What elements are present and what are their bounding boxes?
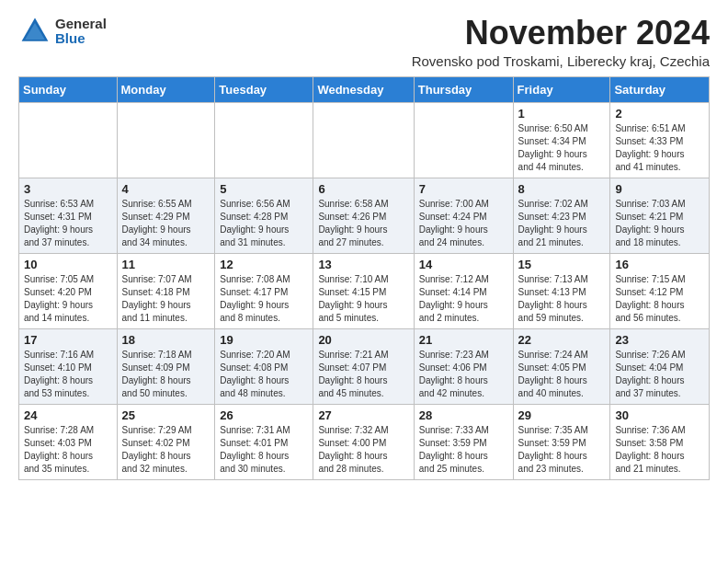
calendar-header: SundayMondayTuesdayWednesdayThursdayFrid… bbox=[19, 76, 710, 102]
day-cell: 1Sunrise: 6:50 AM Sunset: 4:34 PM Daylig… bbox=[513, 102, 610, 178]
weekday-header-friday: Friday bbox=[513, 76, 610, 102]
day-cell bbox=[117, 102, 215, 178]
day-info: Sunrise: 7:26 AM Sunset: 4:04 PM Dayligh… bbox=[615, 349, 704, 400]
calendar-body: 1Sunrise: 6:50 AM Sunset: 4:34 PM Daylig… bbox=[19, 102, 710, 479]
day-info: Sunrise: 7:32 AM Sunset: 4:00 PM Dayligh… bbox=[318, 424, 408, 476]
day-cell: 10Sunrise: 7:05 AM Sunset: 4:20 PM Dayli… bbox=[19, 253, 118, 328]
day-number: 3 bbox=[24, 182, 112, 196]
day-cell: 4Sunrise: 6:55 AM Sunset: 4:29 PM Daylig… bbox=[117, 178, 215, 253]
day-number: 27 bbox=[318, 408, 408, 422]
day-info: Sunrise: 7:20 AM Sunset: 4:08 PM Dayligh… bbox=[220, 349, 308, 400]
day-number: 26 bbox=[220, 408, 308, 422]
day-number: 10 bbox=[24, 258, 112, 271]
day-number: 15 bbox=[518, 258, 606, 271]
logo-icon bbox=[18, 15, 51, 48]
weekday-header-saturday: Saturday bbox=[610, 76, 710, 102]
day-number: 9 bbox=[615, 182, 704, 196]
day-cell bbox=[19, 102, 118, 178]
day-number: 14 bbox=[419, 258, 508, 271]
day-number: 16 bbox=[615, 258, 704, 271]
day-number: 17 bbox=[24, 333, 112, 347]
day-number: 4 bbox=[122, 182, 210, 196]
day-number: 1 bbox=[518, 107, 606, 121]
day-cell: 20Sunrise: 7:21 AM Sunset: 4:07 PM Dayli… bbox=[313, 328, 414, 404]
day-cell: 11Sunrise: 7:07 AM Sunset: 4:18 PM Dayli… bbox=[117, 253, 215, 328]
day-number: 25 bbox=[122, 408, 210, 422]
day-number: 7 bbox=[419, 182, 508, 196]
day-number: 24 bbox=[24, 408, 112, 422]
day-number: 20 bbox=[318, 333, 408, 347]
day-info: Sunrise: 7:05 AM Sunset: 4:20 PM Dayligh… bbox=[24, 273, 112, 325]
day-number: 11 bbox=[122, 258, 210, 271]
day-number: 18 bbox=[122, 333, 210, 347]
day-info: Sunrise: 7:02 AM Sunset: 4:23 PM Dayligh… bbox=[518, 198, 606, 249]
day-number: 22 bbox=[518, 333, 606, 347]
day-number: 28 bbox=[419, 408, 508, 422]
logo-blue-text: Blue bbox=[55, 31, 107, 47]
day-info: Sunrise: 7:03 AM Sunset: 4:21 PM Dayligh… bbox=[615, 198, 704, 249]
day-cell: 17Sunrise: 7:16 AM Sunset: 4:10 PM Dayli… bbox=[19, 328, 118, 404]
day-number: 2 bbox=[615, 107, 704, 121]
day-info: Sunrise: 6:53 AM Sunset: 4:31 PM Dayligh… bbox=[24, 198, 112, 249]
day-info: Sunrise: 7:00 AM Sunset: 4:24 PM Dayligh… bbox=[419, 198, 508, 249]
day-cell: 8Sunrise: 7:02 AM Sunset: 4:23 PM Daylig… bbox=[513, 178, 610, 253]
day-number: 21 bbox=[419, 333, 508, 347]
day-info: Sunrise: 7:24 AM Sunset: 4:05 PM Dayligh… bbox=[518, 349, 606, 400]
day-cell: 22Sunrise: 7:24 AM Sunset: 4:05 PM Dayli… bbox=[513, 328, 610, 404]
day-info: Sunrise: 6:51 AM Sunset: 4:33 PM Dayligh… bbox=[615, 122, 704, 174]
day-info: Sunrise: 7:36 AM Sunset: 3:58 PM Dayligh… bbox=[615, 424, 704, 476]
month-title: November 2024 bbox=[412, 15, 710, 52]
day-info: Sunrise: 6:58 AM Sunset: 4:26 PM Dayligh… bbox=[318, 198, 408, 249]
day-info: Sunrise: 7:12 AM Sunset: 4:14 PM Dayligh… bbox=[419, 273, 508, 325]
day-number: 5 bbox=[220, 182, 308, 196]
day-number: 8 bbox=[518, 182, 606, 196]
weekday-header-sunday: Sunday bbox=[19, 76, 118, 102]
day-cell: 13Sunrise: 7:10 AM Sunset: 4:15 PM Dayli… bbox=[313, 253, 414, 328]
day-cell: 5Sunrise: 6:56 AM Sunset: 4:28 PM Daylig… bbox=[215, 178, 313, 253]
day-info: Sunrise: 7:31 AM Sunset: 4:01 PM Dayligh… bbox=[220, 424, 308, 476]
day-cell: 14Sunrise: 7:12 AM Sunset: 4:14 PM Dayli… bbox=[414, 253, 513, 328]
weekday-header-row: SundayMondayTuesdayWednesdayThursdayFrid… bbox=[19, 76, 710, 102]
day-cell: 2Sunrise: 6:51 AM Sunset: 4:33 PM Daylig… bbox=[610, 102, 710, 178]
day-cell: 21Sunrise: 7:23 AM Sunset: 4:06 PM Dayli… bbox=[414, 328, 513, 404]
weekday-header-thursday: Thursday bbox=[414, 76, 513, 102]
day-cell: 19Sunrise: 7:20 AM Sunset: 4:08 PM Dayli… bbox=[215, 328, 313, 404]
day-cell: 29Sunrise: 7:35 AM Sunset: 3:59 PM Dayli… bbox=[513, 404, 610, 479]
logo: General Blue bbox=[18, 15, 107, 48]
day-info: Sunrise: 7:16 AM Sunset: 4:10 PM Dayligh… bbox=[24, 349, 112, 400]
weekday-header-tuesday: Tuesday bbox=[215, 76, 313, 102]
day-number: 29 bbox=[518, 408, 606, 422]
day-number: 23 bbox=[615, 333, 704, 347]
day-info: Sunrise: 6:50 AM Sunset: 4:34 PM Dayligh… bbox=[518, 122, 606, 174]
week-row-5: 24Sunrise: 7:28 AM Sunset: 4:03 PM Dayli… bbox=[19, 404, 710, 479]
week-row-2: 3Sunrise: 6:53 AM Sunset: 4:31 PM Daylig… bbox=[19, 178, 710, 253]
day-info: Sunrise: 6:56 AM Sunset: 4:28 PM Dayligh… bbox=[220, 198, 308, 249]
day-cell: 23Sunrise: 7:26 AM Sunset: 4:04 PM Dayli… bbox=[610, 328, 710, 404]
day-cell: 18Sunrise: 7:18 AM Sunset: 4:09 PM Dayli… bbox=[117, 328, 215, 404]
day-cell: 3Sunrise: 6:53 AM Sunset: 4:31 PM Daylig… bbox=[19, 178, 118, 253]
day-cell: 7Sunrise: 7:00 AM Sunset: 4:24 PM Daylig… bbox=[414, 178, 513, 253]
day-info: Sunrise: 7:07 AM Sunset: 4:18 PM Dayligh… bbox=[122, 273, 210, 325]
day-cell: 16Sunrise: 7:15 AM Sunset: 4:12 PM Dayli… bbox=[610, 253, 710, 328]
day-cell: 15Sunrise: 7:13 AM Sunset: 4:13 PM Dayli… bbox=[513, 253, 610, 328]
day-number: 19 bbox=[220, 333, 308, 347]
logo-general-text: General bbox=[55, 17, 107, 32]
day-cell bbox=[215, 102, 313, 178]
day-number: 30 bbox=[615, 408, 704, 422]
week-row-4: 17Sunrise: 7:16 AM Sunset: 4:10 PM Dayli… bbox=[19, 328, 710, 404]
day-cell bbox=[313, 102, 414, 178]
weekday-header-wednesday: Wednesday bbox=[313, 76, 414, 102]
day-info: Sunrise: 7:08 AM Sunset: 4:17 PM Dayligh… bbox=[220, 273, 308, 325]
day-info: Sunrise: 7:10 AM Sunset: 4:15 PM Dayligh… bbox=[318, 273, 408, 325]
day-cell: 25Sunrise: 7:29 AM Sunset: 4:02 PM Dayli… bbox=[117, 404, 215, 479]
day-cell: 30Sunrise: 7:36 AM Sunset: 3:58 PM Dayli… bbox=[610, 404, 710, 479]
logo-text: General Blue bbox=[55, 17, 107, 47]
location-title: Rovensko pod Troskami, Liberecky kraj, C… bbox=[412, 53, 710, 69]
day-cell: 27Sunrise: 7:32 AM Sunset: 4:00 PM Dayli… bbox=[313, 404, 414, 479]
calendar: SundayMondayTuesdayWednesdayThursdayFrid… bbox=[18, 76, 710, 480]
week-row-1: 1Sunrise: 6:50 AM Sunset: 4:34 PM Daylig… bbox=[19, 102, 710, 178]
day-cell: 6Sunrise: 6:58 AM Sunset: 4:26 PM Daylig… bbox=[313, 178, 414, 253]
header: General Blue November 2024 Rovensko pod … bbox=[18, 15, 710, 69]
day-info: Sunrise: 7:15 AM Sunset: 4:12 PM Dayligh… bbox=[615, 273, 704, 325]
day-info: Sunrise: 6:55 AM Sunset: 4:29 PM Dayligh… bbox=[122, 198, 210, 249]
